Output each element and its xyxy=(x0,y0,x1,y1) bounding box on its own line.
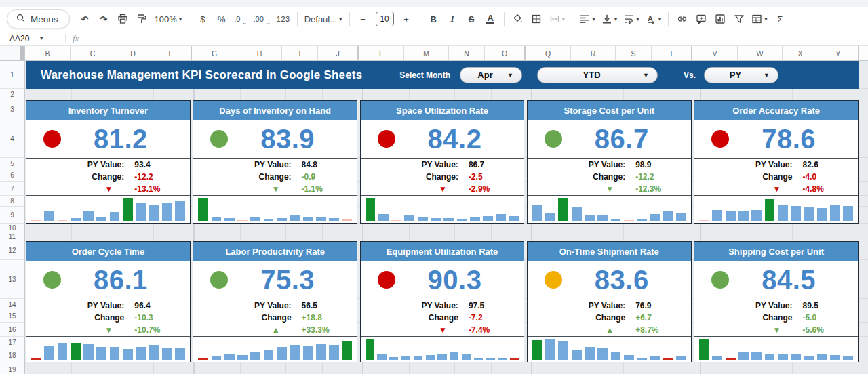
row-header-1[interactable]: 1 xyxy=(0,61,24,89)
row-header-3[interactable]: 3 xyxy=(0,100,24,119)
column-header-I[interactable]: I xyxy=(282,46,318,60)
month-dropdown[interactable]: Apr ▼ xyxy=(460,67,522,83)
compare-dropdown[interactable]: PY ▼ xyxy=(704,67,778,83)
column-header-N[interactable]: N xyxy=(449,46,485,60)
spark-bar xyxy=(726,211,736,221)
more-formats-button[interactable]: 123 xyxy=(274,10,293,28)
row-header-9[interactable]: 9 xyxy=(0,207,24,224)
kpi-card[interactable]: Space Utilization Rate84.2PY Value:86.7C… xyxy=(360,100,525,224)
functions-button[interactable]: Σ xyxy=(771,10,789,28)
kpi-card[interactable]: Equipment Utilization Rate90.3PY Value:9… xyxy=(360,241,525,362)
column-header-B[interactable]: B xyxy=(25,46,71,60)
kpi-card-header: Order Cycle Time xyxy=(26,242,190,261)
paint-format-button[interactable] xyxy=(133,10,151,28)
spark-bar xyxy=(149,345,159,360)
insert-comment-button[interactable] xyxy=(692,10,710,28)
redo-button[interactable]: ↷ xyxy=(95,10,113,28)
row-header-2[interactable]: 2 xyxy=(0,89,24,100)
column-header-O[interactable]: O xyxy=(485,46,524,60)
insert-link-button[interactable] xyxy=(673,10,691,28)
column-header-J[interactable]: J xyxy=(318,46,357,60)
kpi-card[interactable]: Inventory Turnover81.2PY Value:93.4Chang… xyxy=(26,100,191,224)
menus-button[interactable]: Menus xyxy=(7,9,70,28)
spark-bar xyxy=(509,216,519,221)
column-header-Q[interactable]: Q xyxy=(526,46,571,60)
column-header-T[interactable]: T xyxy=(652,46,691,60)
undo-button[interactable]: ↶ xyxy=(76,10,94,28)
row-header-19[interactable]: 19 xyxy=(0,362,24,374)
spark-bar xyxy=(71,218,81,221)
column-header-X[interactable]: X xyxy=(783,46,818,60)
row-header-17[interactable]: 17 xyxy=(0,337,24,348)
text-rotation-button[interactable]: A▾ xyxy=(643,10,665,28)
merge-cells-button[interactable]: ▾ xyxy=(547,10,568,28)
kpi-card[interactable]: Days of Inventory on Hand83.9PY Value:84… xyxy=(193,100,357,224)
row-header-13[interactable]: 13 xyxy=(0,260,24,299)
fill-color-button[interactable] xyxy=(509,10,527,28)
insert-chart-button[interactable] xyxy=(711,10,729,28)
column-header-E[interactable]: E xyxy=(151,46,191,60)
select-all-corner[interactable] xyxy=(0,46,25,60)
row-header-7[interactable]: 7 xyxy=(0,182,24,196)
increase-font-size-button[interactable]: + xyxy=(397,10,416,28)
text-color-button[interactable]: A xyxy=(481,10,500,28)
toolbar-separator xyxy=(572,12,572,26)
row-header-11[interactable]: 11 xyxy=(0,232,24,241)
formula-input[interactable]: fx xyxy=(73,33,868,44)
column-header-G[interactable]: G xyxy=(192,46,237,60)
font-size-input[interactable]: 10 xyxy=(373,10,397,28)
column-header-M[interactable]: M xyxy=(404,46,449,60)
vertical-align-button[interactable]: ▾ xyxy=(599,10,620,28)
decrease-font-size-button[interactable]: − xyxy=(354,10,372,28)
strikethrough-button[interactable]: S xyxy=(462,10,481,28)
spark-bar xyxy=(510,358,519,360)
row-header-18[interactable]: 18 xyxy=(0,348,24,362)
column-header-H[interactable]: H xyxy=(237,46,282,60)
borders-button[interactable] xyxy=(528,10,546,28)
table-views-button[interactable]: ▾ xyxy=(749,10,770,28)
kpi-card[interactable]: Shipping Cost per Unit84.5PY Value:89.5C… xyxy=(694,241,859,362)
kpi-card[interactable]: Labor Productivity Rate75.3PY Value:56.5… xyxy=(193,241,357,362)
decrease-decimal-button[interactable]: .0← xyxy=(231,10,250,28)
horizontal-align-button[interactable]: ▾ xyxy=(576,10,598,28)
font-select[interactable]: Defaul...▾ xyxy=(302,10,345,28)
row-header-5[interactable]: 5 xyxy=(0,158,24,169)
name-box[interactable]: AA20 ▼ xyxy=(0,34,53,43)
spark-bar xyxy=(611,219,621,221)
spark-bar xyxy=(496,214,506,221)
italic-button[interactable]: I xyxy=(443,10,462,28)
format-percent-button[interactable]: % xyxy=(212,10,231,28)
arrow-icon: ← xyxy=(242,20,248,28)
format-currency-button[interactable]: $ xyxy=(193,10,212,28)
column-header-L[interactable]: L xyxy=(359,46,404,60)
increase-decimal-button[interactable]: .00→ xyxy=(251,10,273,28)
print-button[interactable] xyxy=(114,10,132,28)
row-header-16[interactable]: 16 xyxy=(0,323,24,337)
spark-bar xyxy=(470,217,480,221)
zoom-select[interactable]: 100%▾ xyxy=(152,10,185,28)
column-header-V[interactable]: V xyxy=(692,46,738,60)
column-header-C[interactable]: C xyxy=(71,46,115,60)
row-header-15[interactable]: 15 xyxy=(0,310,24,323)
spark-bar xyxy=(699,220,709,221)
row-header-12[interactable]: 12 xyxy=(0,241,24,260)
column-header-R[interactable]: R xyxy=(571,46,616,60)
column-header-Y[interactable]: Y xyxy=(818,46,858,60)
create-filter-button[interactable] xyxy=(730,10,748,28)
bold-button[interactable]: B xyxy=(425,10,443,28)
row-header-10[interactable]: 10 xyxy=(0,224,24,232)
row-header-6[interactable]: 6 xyxy=(0,169,24,182)
column-header-D[interactable]: D xyxy=(115,46,151,60)
text-wrap-button[interactable]: ▾ xyxy=(620,10,642,28)
column-header-W[interactable]: W xyxy=(738,46,783,60)
row-header-14[interactable]: 14 xyxy=(0,299,24,310)
row-header-4[interactable]: 4 xyxy=(0,119,24,158)
kpi-card[interactable]: Storage Cost per Unit86.7PY Value:98.9Ch… xyxy=(527,100,692,224)
row-header-8[interactable]: 8 xyxy=(0,196,24,207)
kpi-card[interactable]: Order Cycle Time86.1PY Value:96.4Change-… xyxy=(26,241,191,362)
chevron-down-icon: ▼ xyxy=(507,72,513,79)
kpi-card[interactable]: Order Accuracy Rate78.6PY Value:82.6Chan… xyxy=(694,100,859,224)
period-dropdown[interactable]: YTD ▼ xyxy=(537,67,658,83)
column-header-S[interactable]: S xyxy=(616,46,652,60)
kpi-card[interactable]: On-Time Shipment Rate83.6PY Value:76.9Ch… xyxy=(527,241,692,362)
